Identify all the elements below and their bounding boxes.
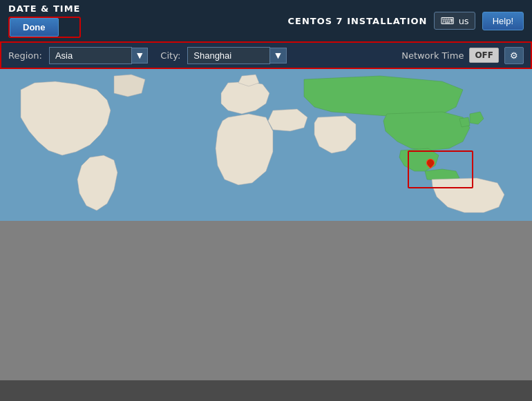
- header: DATE & TIME Done CENTOS 7 INSTALLATION ⌨…: [0, 0, 532, 41]
- world-map: [0, 69, 532, 221]
- done-button[interactable]: Done: [10, 18, 59, 37]
- region-dropdown-arrow[interactable]: ▼: [132, 48, 148, 63]
- region-select[interactable]: Asia: [49, 47, 132, 64]
- keyboard-selector[interactable]: ⌨ us: [434, 12, 475, 30]
- region-select-wrapper: Asia ▼: [49, 47, 148, 64]
- keyboard-locale: us: [459, 16, 469, 26]
- map-container[interactable]: [0, 69, 532, 221]
- gear-button[interactable]: ⚙: [504, 47, 524, 64]
- network-time-section: Network Time OFF ⚙: [401, 47, 524, 64]
- controls-bar: Region: Asia ▼ City: Shanghai ▼ Network …: [0, 41, 532, 69]
- header-left: DATE & TIME Done: [8, 3, 81, 38]
- network-time-toggle[interactable]: OFF: [469, 48, 499, 63]
- bottom-area: [0, 221, 532, 380]
- network-time-label: Network Time: [401, 50, 464, 61]
- city-select[interactable]: Shanghai: [187, 47, 270, 64]
- header-right: CENTOS 7 INSTALLATION ⌨ us Help!: [287, 12, 524, 30]
- city-label: City:: [160, 50, 180, 61]
- city-dropdown-arrow[interactable]: ▼: [270, 48, 286, 63]
- install-title: CENTOS 7 INSTALLATION: [287, 16, 427, 26]
- city-select-wrapper: Shanghai ▼: [187, 47, 286, 64]
- help-button[interactable]: Help!: [482, 12, 524, 30]
- region-label: Region:: [8, 50, 42, 61]
- done-button-wrapper: Done: [8, 17, 81, 38]
- keyboard-icon: ⌨: [440, 15, 454, 26]
- page-title: DATE & TIME: [8, 3, 81, 14]
